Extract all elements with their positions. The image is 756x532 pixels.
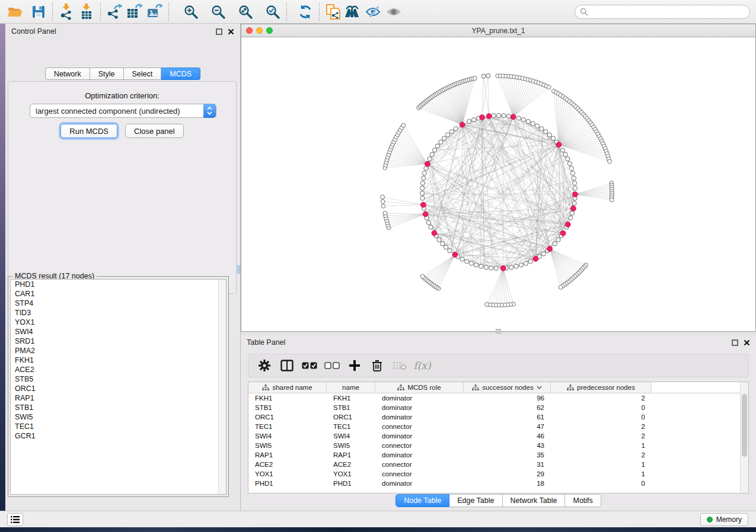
- ring-node[interactable]: [494, 266, 498, 270]
- ring-node[interactable]: [442, 136, 446, 140]
- mcds-hub-node[interactable]: [452, 252, 458, 258]
- ring-node[interactable]: [572, 201, 576, 206]
- fan-node[interactable]: [381, 200, 385, 204]
- run-mcds-button[interactable]: Run MCDS: [60, 124, 117, 138]
- fan-node[interactable]: [381, 204, 385, 208]
- fan-node[interactable]: [401, 123, 406, 127]
- export-image-icon[interactable]: [145, 3, 165, 21]
- ring-node[interactable]: [567, 162, 572, 166]
- fan-node[interactable]: [473, 76, 477, 81]
- ring-node[interactable]: [444, 245, 448, 249]
- ring-node[interactable]: [470, 261, 474, 265]
- ring-node[interactable]: [506, 114, 511, 118]
- tab-style[interactable]: Style: [90, 68, 124, 80]
- ring-node[interactable]: [489, 266, 493, 270]
- mcds-hub-node[interactable]: [571, 206, 576, 211]
- mcds-hub-node[interactable]: [486, 114, 492, 119]
- zoom-fit-icon[interactable]: [235, 3, 256, 21]
- table-options-gear-icon[interactable]: [254, 356, 275, 375]
- splitter-handle[interactable]: [496, 329, 501, 334]
- fan-node[interactable]: [610, 198, 614, 202]
- mcds-result-item[interactable]: GCR1: [11, 431, 226, 441]
- table-scrollbar-thumb[interactable]: [742, 394, 747, 457]
- table-row[interactable]: SWI4SWI4dominator462: [248, 431, 748, 441]
- mcds-hub-node[interactable]: [556, 142, 562, 148]
- ring-node[interactable]: [430, 152, 434, 156]
- open-folder-icon[interactable]: [5, 3, 25, 21]
- ring-node[interactable]: [429, 225, 433, 229]
- memory-button[interactable]: Memory: [700, 513, 748, 526]
- ring-node[interactable]: [560, 148, 564, 152]
- column-header-shared-name[interactable]: shared name: [248, 382, 327, 393]
- mcds-hub-node[interactable]: [420, 202, 426, 207]
- fan-node[interactable]: [420, 274, 425, 278]
- fan-node[interactable]: [608, 159, 612, 164]
- zoom-out-icon[interactable]: [208, 3, 228, 21]
- table-row[interactable]: FKH1FKH1dominator962: [248, 393, 748, 403]
- ring-node[interactable]: [531, 121, 535, 126]
- fan-node[interactable]: [485, 303, 489, 307]
- mcds-result-item[interactable]: PHD1: [11, 280, 226, 289]
- ring-node[interactable]: [454, 127, 458, 131]
- refresh-icon[interactable]: [295, 3, 315, 21]
- ring-node[interactable]: [502, 114, 506, 118]
- mcds-result-item[interactable]: STB1: [11, 403, 226, 412]
- first-neighbors-icon[interactable]: [343, 3, 363, 21]
- ring-node[interactable]: [519, 263, 523, 267]
- ring-node[interactable]: [566, 157, 570, 161]
- mcds-hub-node[interactable]: [500, 265, 506, 271]
- ring-node[interactable]: [448, 249, 452, 253]
- network-titlebar[interactable]: YPA_prune.txt_1: [241, 24, 755, 37]
- ring-node[interactable]: [465, 259, 469, 264]
- close-panel-button[interactable]: Close panel: [125, 124, 184, 138]
- minimize-window-icon[interactable]: [256, 27, 263, 34]
- mcds-result-item[interactable]: SWI5: [11, 412, 226, 422]
- mcds-result-item[interactable]: TEC1: [11, 422, 226, 431]
- ring-node[interactable]: [432, 148, 436, 152]
- ring-node[interactable]: [528, 259, 532, 264]
- ring-node[interactable]: [516, 116, 521, 120]
- ring-node[interactable]: [556, 238, 560, 242]
- mcds-result-item[interactable]: TID3: [11, 308, 226, 318]
- mcds-hub-node[interactable]: [432, 230, 437, 236]
- import-table-icon[interactable]: [76, 3, 97, 21]
- mcds-hub-node[interactable]: [480, 115, 485, 120]
- mcds-result-item[interactable]: STB5: [11, 374, 226, 384]
- table-scrollbar[interactable]: [740, 382, 748, 493]
- network-canvas[interactable]: [241, 37, 755, 331]
- ring-node[interactable]: [426, 220, 430, 225]
- tab-edge-table[interactable]: Edge Table: [449, 494, 502, 507]
- export-table-icon[interactable]: [125, 3, 145, 21]
- ring-node[interactable]: [573, 181, 577, 185]
- hide-selected-icon[interactable]: [363, 3, 384, 21]
- ring-node[interactable]: [472, 117, 476, 121]
- network-graph[interactable]: [241, 37, 755, 331]
- table-row[interactable]: SWI5SWI5connector431: [248, 441, 748, 450]
- maximize-window-icon[interactable]: [266, 27, 273, 34]
- ring-node[interactable]: [570, 171, 575, 175]
- ring-node[interactable]: [541, 252, 546, 256]
- add-column-icon[interactable]: [344, 356, 365, 375]
- ring-node[interactable]: [526, 119, 530, 123]
- ring-node[interactable]: [439, 140, 443, 144]
- ring-node[interactable]: [437, 238, 441, 242]
- mcds-hub-node[interactable]: [425, 161, 430, 166]
- import-network-icon[interactable]: [56, 3, 76, 21]
- close-panel-icon[interactable]: [744, 339, 750, 346]
- zoom-in-icon[interactable]: [181, 3, 201, 21]
- close-panel-icon[interactable]: [228, 28, 234, 35]
- ring-node[interactable]: [484, 265, 488, 270]
- ring-node[interactable]: [496, 113, 500, 117]
- ring-node[interactable]: [544, 130, 548, 134]
- tab-select[interactable]: Select: [124, 68, 162, 80]
- criterion-select[interactable]: largest connected component (undirected): [30, 104, 216, 118]
- column-header-predecessor-nodes[interactable]: predecessor nodes: [551, 382, 652, 393]
- ring-node[interactable]: [514, 264, 518, 268]
- fan-node[interactable]: [547, 85, 551, 89]
- ring-node[interactable]: [420, 186, 425, 190]
- mcds-hub-node[interactable]: [565, 222, 570, 227]
- table-row[interactable]: STB1STB1dominator620: [248, 403, 748, 412]
- table-row[interactable]: PHD1PHD1dominator180: [248, 479, 748, 488]
- search-input[interactable]: [575, 5, 750, 19]
- save-icon[interactable]: [28, 3, 49, 21]
